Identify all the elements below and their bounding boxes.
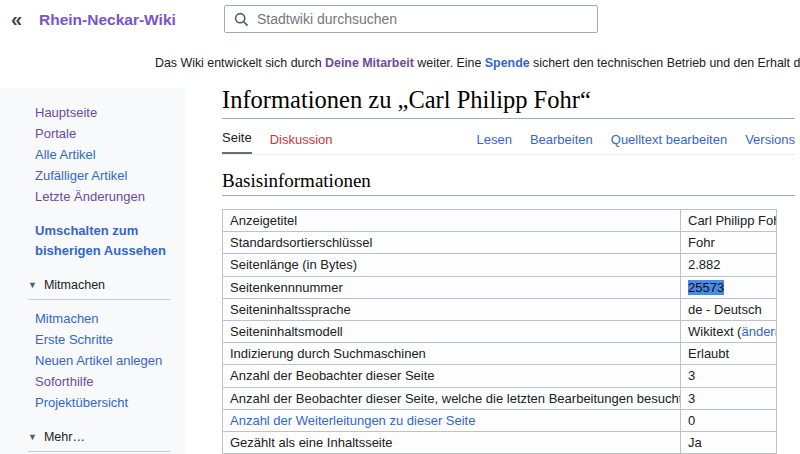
toggle-old-look-link[interactable]: Umschalten zum bisherigen Aussehen xyxy=(35,221,170,261)
info-value: Fohr xyxy=(681,232,777,254)
info-value: Ja xyxy=(681,432,777,454)
sidebar-section-mehr: ▼ Mehr… Hilfe Unterstützen Impressum xyxy=(35,430,175,454)
view-versionsgeschichte[interactable]: Versions xyxy=(745,132,795,154)
tab-diskussion[interactable]: Diskussion xyxy=(270,132,333,154)
selected-text: 25573 xyxy=(688,280,724,295)
banner-text: sichert den technischen Betrieb und den … xyxy=(530,56,800,70)
weiterleitungen-link[interactable]: Anzahl der Weiterleitungen zu dieser Sei… xyxy=(230,413,475,428)
page: « Rhein-Neckar-Wiki Das Wiki entwickelt … xyxy=(0,0,800,454)
sidebar-item-hauptseite[interactable]: Hauptseite xyxy=(35,102,175,123)
page-title: Informationen zu „Carl Philipp Fohr“ xyxy=(222,86,795,119)
sidebar-item-letzte-aenderungen[interactable]: Letzte Änderungen xyxy=(35,186,175,207)
value-text: Wikitext ( xyxy=(688,324,741,339)
table-row: Seitenkennnummer 25573 xyxy=(223,276,777,298)
table-row: Seiteninhaltsmodell Wikitext (ändern) xyxy=(223,321,777,343)
table-row: Anzahl der Beobachter dieser Seite, welc… xyxy=(223,387,777,409)
sidebar-item-projektuebersicht[interactable]: Projektübersicht xyxy=(35,392,175,413)
search-box[interactable] xyxy=(224,5,598,33)
sidebar-item-erste-schritte[interactable]: Erste Schritte xyxy=(35,329,175,350)
info-label: Seiteninhaltssprache xyxy=(223,298,681,320)
search-icon xyxy=(234,12,249,27)
collapse-sidebar-icon[interactable]: « xyxy=(11,8,22,31)
sidebar-item-mitmachen[interactable]: Mitmachen xyxy=(35,308,175,329)
info-value: 25573 xyxy=(681,276,777,298)
sidebar-item-portale[interactable]: Portale xyxy=(35,123,175,144)
info-label: Anzahl der Beobachter dieser Seite xyxy=(223,365,681,387)
wiki-logo-title[interactable]: Rhein-Neckar-Wiki xyxy=(39,11,176,29)
sidebar-nav-main: Hauptseite Portale Alle Artikel Zufällig… xyxy=(35,102,175,207)
table-row: Seitenlänge (in Bytes) 2.882 xyxy=(223,254,777,276)
table-row: Indizierung durch Suchmaschinen Erlaubt xyxy=(223,343,777,365)
info-value: Wikitext (ändern) xyxy=(681,321,777,343)
table-row: Anzahl der Beobachter dieser Seite 3 xyxy=(223,365,777,387)
top-header: « Rhein-Neckar-Wiki xyxy=(0,0,800,44)
page-info-table: Anzeigetitel Carl Philipp Fohr Standards… xyxy=(222,209,777,454)
aendern-link[interactable]: ändern xyxy=(741,324,776,339)
info-label: Anzahl der Weiterleitungen zu dieser Sei… xyxy=(223,409,681,431)
tab-seite[interactable]: Seite xyxy=(222,130,252,154)
info-value: 3 xyxy=(681,387,777,409)
sidebar-item-zufaelliger-artikel[interactable]: Zufälliger Artikel xyxy=(35,165,175,186)
table-row: Anzeigetitel Carl Philipp Fohr xyxy=(223,210,777,232)
page-views: Lesen Bearbeiten Quelltext bearbeiten Ve… xyxy=(476,132,795,154)
mitarbeit-link[interactable]: Deine Mitarbeit xyxy=(325,56,414,70)
table-row: Standardsortierschlüssel Fohr xyxy=(223,232,777,254)
view-quelltext-bearbeiten[interactable]: Quelltext bearbeiten xyxy=(611,132,727,154)
chevron-down-icon: ▼ xyxy=(28,280,37,290)
section-title: Mehr… xyxy=(44,430,85,444)
site-notice-banner: Das Wiki entwickelt sich durch Deine Mit… xyxy=(155,56,796,70)
info-label: Anzeigetitel xyxy=(223,210,681,232)
view-lesen[interactable]: Lesen xyxy=(476,132,511,154)
section-header-mitmachen[interactable]: ▼ Mitmachen xyxy=(28,278,170,300)
section-title: Mitmachen xyxy=(44,278,105,292)
sidebar-item-soforthilfe[interactable]: Soforthilfe xyxy=(35,371,175,392)
sidebar-section-mitmachen: ▼ Mitmachen Mitmachen Erste Schritte Neu… xyxy=(35,278,175,413)
info-value: 0 xyxy=(681,409,777,431)
info-label: Seiteninhaltsmodell xyxy=(223,321,681,343)
section-header-mehr[interactable]: ▼ Mehr… xyxy=(28,430,170,452)
info-value: Carl Philipp Fohr xyxy=(681,210,777,232)
banner-text: Das Wiki entwickelt sich durch xyxy=(155,56,325,70)
search-input[interactable] xyxy=(257,11,588,27)
table-row: Anzahl der Weiterleitungen zu dieser Sei… xyxy=(223,409,777,431)
info-label: Anzahl der Beobachter dieser Seite, welc… xyxy=(223,387,681,409)
view-bearbeiten[interactable]: Bearbeiten xyxy=(530,132,593,154)
table-row: Seiteninhaltssprache de - Deutsch xyxy=(223,298,777,320)
info-label: Standardsortierschlüssel xyxy=(223,232,681,254)
spende-link[interactable]: Spende xyxy=(485,56,530,70)
sidebar-item-alle-artikel[interactable]: Alle Artikel xyxy=(35,144,175,165)
sidebar: Hauptseite Portale Alle Artikel Zufällig… xyxy=(0,88,185,454)
main-content: Informationen zu „Carl Philipp Fohr“ Sei… xyxy=(222,86,795,454)
table-row: Gezählt als eine Inhaltsseite Ja xyxy=(223,432,777,454)
info-label: Indizierung durch Suchmaschinen xyxy=(223,343,681,365)
info-value: Erlaubt xyxy=(681,343,777,365)
info-label: Seitenkennnummer xyxy=(223,276,681,298)
page-tabs: Seite Diskussion Lesen Bearbeiten Quellt… xyxy=(222,130,795,155)
info-label: Gezählt als eine Inhaltsseite xyxy=(223,432,681,454)
info-value: de - Deutsch xyxy=(681,298,777,320)
section-heading-basisinformationen: Basisinformationen xyxy=(222,170,795,196)
info-value: 2.882 xyxy=(681,254,777,276)
info-label: Seitenlänge (in Bytes) xyxy=(223,254,681,276)
info-value: 3 xyxy=(681,365,777,387)
chevron-down-icon: ▼ xyxy=(28,432,37,442)
banner-text: weiter. Eine xyxy=(414,56,485,70)
sidebar-item-neuen-artikel-anlegen[interactable]: Neuen Artikel anlegen xyxy=(35,350,175,371)
